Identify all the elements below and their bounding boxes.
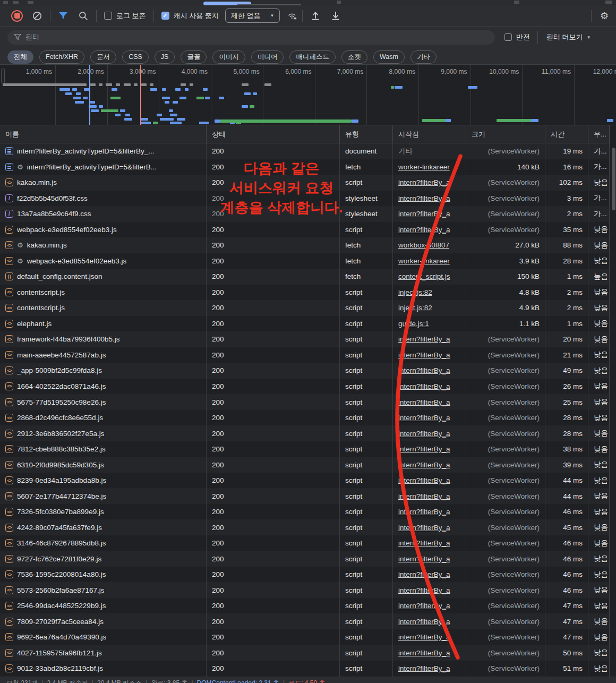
initiator-link[interactable]: intern?filterBy_a — [398, 476, 450, 484]
request-row[interactable]: {}default_config.content.json200fetchcon… — [0, 269, 610, 285]
initiator-link[interactable]: intern?filterBy_a — [398, 508, 450, 516]
preserve-log-checkbox[interactable] — [104, 12, 112, 20]
request-row[interactable]: /13a7aa8b5e9c64f9.css200stylesheetintern… — [0, 206, 610, 222]
initiator-link[interactable]: intern?filterBy_a — [398, 461, 450, 469]
initiator-link[interactable]: intern?filterBy_a — [398, 210, 450, 218]
settings-gear-icon[interactable]: ⚙ — [599, 11, 610, 21]
column-header-0[interactable]: 이름 — [0, 125, 207, 143]
invert-filter-checkbox[interactable] — [504, 33, 512, 41]
initiator-link[interactable]: intern?filterBy_a — [398, 194, 450, 202]
request-row[interactable]: <>1664-402522dac0871a46.js200scriptinter… — [0, 379, 610, 395]
disable-cache-checkbox[interactable]: ✓ — [161, 12, 169, 20]
scrollbar[interactable] — [610, 125, 616, 677]
initiator-link[interactable]: intern?filterBy_a — [398, 445, 450, 453]
request-row[interactable]: <>2868-d2c496cfc8e6e55d.js200scriptinter… — [0, 410, 610, 426]
request-row[interactable]: <>_app-5009bf2d5c99fda8.js200scriptinter… — [0, 363, 610, 379]
initiator-link[interactable]: inject.js:82 — [398, 304, 432, 312]
initiator-link[interactable]: intern?filterBy_a — [398, 366, 450, 374]
scrollbar-thumb[interactable] — [612, 148, 615, 210]
column-header-4[interactable]: 크기 — [466, 125, 545, 143]
initiator-link[interactable]: intern?filterBy_a — [398, 524, 450, 532]
initiator-link[interactable]: intern?filterBy_a — [398, 555, 450, 563]
initiator-link[interactable]: intern?filterBy_a — [398, 539, 450, 547]
request-row[interactable]: <>9727-fc762ce7281f0e29.js200scriptinter… — [0, 551, 610, 567]
request-row[interactable]: /f22d5b5b45d0f53f.css200stylesheetintern… — [0, 191, 610, 207]
initiator-link[interactable]: intern?filterBy_a — [398, 414, 450, 422]
filter-chip-Fetch/XHR[interactable]: Fetch/XHR — [39, 50, 84, 64]
request-row[interactable]: <>4242-89c07a45fa637fe9.js200scriptinter… — [0, 519, 610, 535]
request-row[interactable]: <>contentscript.js200scriptinject.js:824… — [0, 300, 610, 316]
initiator-link[interactable]: intern?filterBy_a — [398, 335, 450, 343]
record-button[interactable] — [11, 10, 23, 22]
request-row[interactable]: <>contentscript.js200scriptinject.js:824… — [0, 285, 610, 301]
column-header-3[interactable]: 시작점 — [393, 125, 466, 143]
initiator-link[interactable]: intern?filterBy_a — [398, 618, 450, 626]
initiator-link[interactable]: intern?filterBy_a — [398, 586, 450, 594]
filter-chip-매니페스트[interactable]: 매니페스트 — [289, 50, 336, 64]
request-row[interactable]: <>5675-77d5195250c98e26.js200scriptinter… — [0, 394, 610, 410]
search-icon[interactable] — [78, 11, 89, 21]
request-row[interactable]: <>main-aaeebe44572587ab.js200scriptinter… — [0, 347, 610, 363]
initiator-link[interactable]: intern?filterBy_a — [398, 649, 450, 657]
column-header-6[interactable]: 우... — [588, 125, 610, 143]
request-row[interactable]: <>⚙kakao.min.js200fetchworkbox-50f80727.… — [0, 237, 610, 253]
request-row[interactable]: intern?filterBy_activityTypeID=5&filterB… — [0, 143, 610, 159]
request-row[interactable]: <>framework-f44ba79936f400b5.js200script… — [0, 331, 610, 347]
initiator-link[interactable]: intern?filterBy_a — [398, 570, 450, 578]
initiator-link[interactable]: worker-linkareer — [398, 163, 450, 171]
request-row[interactable]: <>8239-0ed34a195adbda8b.js200scriptinter… — [0, 473, 610, 489]
filter-chip-이미지[interactable]: 이미지 — [212, 50, 245, 64]
initiator-link[interactable]: intern?filterBy_a — [398, 226, 450, 234]
request-row[interactable]: <>5607-2e177b44712374be.js200scriptinter… — [0, 488, 610, 504]
filter-chip-CSS[interactable]: CSS — [122, 50, 149, 64]
request-row[interactable]: <>5573-2560b2fa6ae87167.js200scriptinter… — [0, 582, 610, 598]
filter-chip-문서[interactable]: 문서 — [90, 50, 116, 64]
request-row[interactable]: <>7809-27029f7ac5ceea84.js200scriptinter… — [0, 613, 610, 629]
filter-input[interactable]: 필터 — [7, 30, 495, 45]
column-header-1[interactable]: 상태 — [207, 125, 340, 143]
request-row[interactable]: <>9692-6ea76a4d70a49390.js200scriptinter… — [0, 629, 610, 645]
initiator-link[interactable]: intern?filterBy_a — [398, 664, 450, 672]
initiator-link[interactable]: guide.js:1 — [398, 320, 429, 328]
initiator-link[interactable]: intern?filterBy_a — [398, 492, 450, 500]
request-row[interactable]: <>webpack-e3ed8554ef02eeb3.js200scriptin… — [0, 222, 610, 238]
request-row[interactable]: <>9012-33abd2b8c2119cbf.js200scriptinter… — [0, 661, 610, 677]
filter-chip-기타[interactable]: 기타 — [410, 50, 437, 64]
initiator-link[interactable]: intern?filterBy_a — [398, 602, 450, 610]
import-har-icon[interactable] — [310, 11, 321, 21]
request-row[interactable]: <>⚙webpack-e3ed8554ef02eeb3.js200fetchwo… — [0, 253, 610, 269]
column-header-2[interactable]: 유형 — [340, 125, 393, 143]
request-row[interactable]: <>7812-cbeb888c385b35e2.js200scriptinter… — [0, 441, 610, 457]
filter-chip-Wasm[interactable]: Wasm — [373, 50, 405, 64]
filter-chip-소켓[interactable]: 소켓 — [341, 50, 367, 64]
initiator-link[interactable]: content_script.js — [398, 272, 450, 280]
export-har-icon[interactable] — [330, 11, 341, 21]
initiator-link[interactable]: intern?filterBy_a — [398, 633, 450, 641]
column-header-5[interactable]: 시간 — [545, 125, 588, 143]
initiator-link[interactable]: workbox-50f807 — [398, 241, 449, 249]
filter-chip-미디어[interactable]: 미디어 — [251, 50, 284, 64]
initiator-link[interactable]: inject.js:82 — [398, 288, 432, 296]
request-row[interactable]: <>7536-1595c22008014a80.js200scriptinter… — [0, 567, 610, 583]
initiator-link[interactable]: intern?filterBy_a — [398, 430, 450, 438]
clear-button[interactable] — [32, 11, 42, 21]
more-filters-button[interactable]: 필터 더보기 ▼ — [546, 32, 591, 42]
request-row[interactable]: <>6310-2f0d9985dc59d305.js200scriptinter… — [0, 457, 610, 473]
request-row[interactable]: <>3146-46c8792678895db8.js200scriptinter… — [0, 535, 610, 551]
initiator-link[interactable]: intern?filterBy_a — [398, 382, 450, 390]
filter-chip-JS[interactable]: JS — [155, 50, 175, 64]
initiator-link[interactable]: intern?filterBy_a — [398, 351, 450, 359]
request-row[interactable]: <>elephant.js200scriptguide.js:11.1 kB1 … — [0, 316, 610, 332]
request-row[interactable]: ⚙intern?filterBy_activityTypeID=5&filter… — [0, 159, 610, 175]
initiator-link[interactable]: worker-linkareer — [398, 257, 450, 265]
filter-chip-전체[interactable]: 전체 — [7, 50, 33, 64]
network-conditions-icon[interactable] — [287, 11, 298, 21]
initiator-link[interactable]: intern?filterBy_a — [398, 178, 450, 186]
request-row[interactable]: <>kakao.min.js200scriptintern?filterBy_a… — [0, 175, 610, 191]
request-row[interactable]: <>7326-5fc0380e7ba899e9.js200scriptinter… — [0, 504, 610, 520]
request-row[interactable]: <>2546-99dac448525229b9.js200scriptinter… — [0, 598, 610, 614]
filter-toggle-icon[interactable] — [58, 11, 69, 21]
initiator-link[interactable]: intern?filterBy_a — [398, 398, 450, 406]
request-row[interactable]: <>2912-3e6b836502f27e5a.js200scriptinter… — [0, 425, 610, 441]
throttling-select[interactable]: 제한 없음 ▼ — [225, 8, 280, 23]
